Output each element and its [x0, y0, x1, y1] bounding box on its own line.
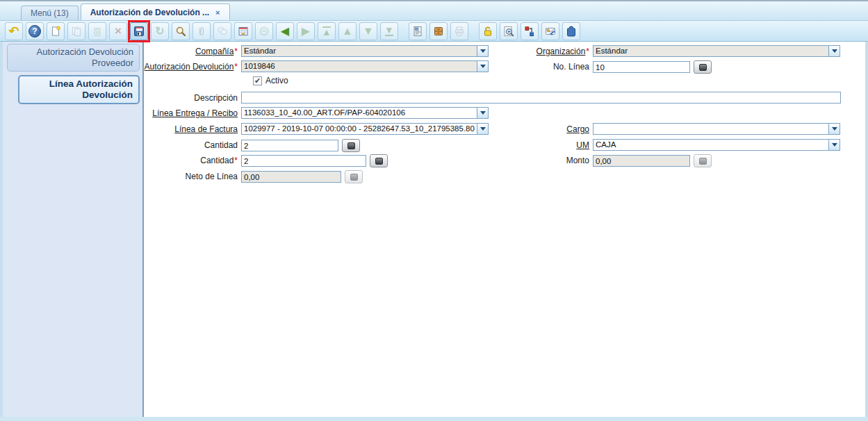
last-record-icon: ▼ [384, 26, 394, 36]
autorizacion-devolucion-value: 1019846 [242, 61, 477, 72]
calculator-icon [347, 142, 355, 149]
new-record-icon [50, 26, 61, 37]
linea-factura-combobox[interactable]: 1029977 - 2019-10-07 00:00:00 - 25282647… [241, 123, 489, 135]
requests-icon [545, 26, 556, 37]
find-record-button[interactable] [172, 22, 190, 40]
linea-entrega-recibo-value: 1136033_10_40.00_ART.OF/PAP-604020106 [242, 108, 477, 118]
detail-record-button: ▶ [297, 22, 315, 40]
undo-icon: ↶ [8, 26, 19, 37]
field-label-cantidad: Cantidad [144, 140, 238, 150]
archive-button[interactable] [429, 22, 448, 40]
checkbox-check-icon: ✔ [254, 77, 261, 85]
print-button [450, 22, 468, 40]
paperclip-icon [196, 26, 207, 37]
previous-record-button: ▲ [338, 22, 357, 40]
copy-record-button [67, 22, 85, 40]
field-label-cargo: Cargo [489, 124, 589, 134]
form-content: Compañía* Estándar Organización* Estánda… [144, 42, 865, 417]
cantidad-calculator-button[interactable] [342, 139, 360, 152]
delete-x-icon: × [115, 26, 122, 37]
workflow-button[interactable] [521, 22, 539, 40]
field-label-compania: Compañía* [144, 47, 238, 56]
tab-autorizacion-devolucion[interactable]: Autorización de Devolución ... × [81, 3, 230, 20]
record-lock-button[interactable] [479, 22, 497, 40]
attachment-button [193, 22, 211, 40]
sidebar-tab-linea-autorizacion-devolucion[interactable]: Línea Autorización Devolución [18, 75, 140, 104]
cargo-value [593, 124, 828, 134]
no-linea-calculator-button[interactable] [694, 60, 712, 74]
field-label-no-linea: No. Línea [489, 62, 589, 72]
form-row-compania-organizacion: Compañía* Estándar Organización* Estánda… [144, 45, 865, 59]
report-button[interactable] [409, 22, 427, 40]
arrow-right-icon: ▶ [302, 24, 310, 38]
no-linea-input[interactable] [593, 61, 690, 73]
chat-icon [217, 26, 228, 37]
neto-linea-calculator-button [345, 170, 363, 183]
arrow-left-icon: ◀ [281, 24, 289, 38]
form-row-activo: ✔ Activo [144, 76, 865, 90]
application-window: Menú (13) Autorización de Devolución ...… [0, 0, 868, 421]
compania-value: Estándar [242, 46, 477, 56]
um-value: CAJA [593, 140, 828, 150]
search-icon [175, 26, 186, 37]
descripcion-input[interactable] [241, 92, 841, 104]
sidebar-tab-autorizacion-devolucion-proveedor[interactable]: Autorización Devolución Proveedor [7, 44, 140, 72]
calculator-icon [350, 174, 358, 181]
form-row-autorizacion-nolinea: Autorización Devolución* 1019846 No. Lín… [144, 60, 865, 74]
field-label-cantidad-requerida: Cantidad* [144, 156, 238, 165]
autorizacion-devolucion-combobox[interactable]: 1019846 [241, 60, 489, 72]
product-info-button[interactable] [562, 22, 580, 40]
compania-combobox[interactable]: Estándar [241, 45, 489, 57]
activo-checkbox[interactable]: ✔ [253, 76, 262, 85]
new-record-button[interactable] [47, 22, 65, 40]
refresh-icon: ↻ [155, 26, 164, 37]
form-row-descripcion: Descripción [144, 92, 865, 106]
linea-entrega-recibo-combobox[interactable]: 1136033_10_40.00_ART.OF/PAP-604020106 [241, 107, 489, 119]
um-combobox[interactable]: CAJA [593, 139, 840, 151]
window-bottom-strip [0, 417, 868, 421]
field-label-organizacion: Organización* [489, 47, 589, 56]
organizacion-value: Estándar [593, 46, 828, 56]
grid-icon [238, 26, 249, 37]
chevron-down-icon [828, 140, 840, 150]
check-requests-button[interactable] [541, 22, 559, 40]
tab-autorizacion-label: Autorización de Devolución ... [90, 8, 209, 17]
tab-menu[interactable]: Menú (13) [21, 6, 79, 20]
linea-factura-value: 1029977 - 2019-10-07 00:00:00 - 25282647… [242, 124, 477, 134]
organizacion-combobox[interactable]: Estándar [593, 45, 840, 57]
chat-button [213, 22, 231, 40]
grid-toggle-button[interactable] [234, 22, 252, 40]
chevron-down-icon [477, 124, 488, 134]
monto-calculator-button [694, 154, 712, 167]
arrow-up-icon: ▲ [342, 25, 353, 38]
chevron-down-icon [828, 46, 840, 56]
undo-button[interactable]: ↶ [5, 22, 23, 40]
parent-record-button[interactable]: ◀ [276, 22, 294, 40]
field-label-linea-entrega-recibo: Línea Entrega / Recibo [144, 108, 238, 118]
first-record-button: ▲ [318, 22, 336, 40]
save-button[interactable] [130, 22, 148, 40]
help-button[interactable]: ? [26, 22, 44, 40]
cantidad-requerida-input[interactable] [241, 155, 366, 167]
next-record-button: ▼ [359, 22, 377, 40]
save-icon [133, 26, 145, 37]
archive-icon [433, 26, 444, 37]
calculator-icon [699, 64, 707, 71]
copy-icon [71, 26, 82, 37]
field-label-linea-factura: Línea de Factura [144, 124, 238, 134]
help-icon: ? [28, 25, 41, 38]
form-row-linea-factura-cargo: Línea de Factura 1029977 - 2019-10-07 00… [144, 123, 865, 137]
lock-icon [482, 26, 493, 37]
field-label-neto-de-linea: Neto de Línea [144, 172, 238, 181]
chevron-down-icon [477, 46, 488, 56]
neto-linea-input [241, 171, 341, 183]
cargo-combobox[interactable] [593, 123, 840, 135]
delete-record-button [88, 22, 106, 40]
zoom-across-button[interactable] [500, 22, 518, 40]
field-label-autorizacion-devolucion: Autorización Devolución* [144, 62, 238, 72]
close-tab-icon[interactable]: × [215, 9, 220, 16]
form-row-cantidad-um: Cantidad UM CAJA [144, 139, 865, 153]
cantidad-requerida-calculator-button[interactable] [370, 154, 388, 167]
monto-input [593, 155, 690, 167]
cantidad-input[interactable] [241, 140, 338, 151]
